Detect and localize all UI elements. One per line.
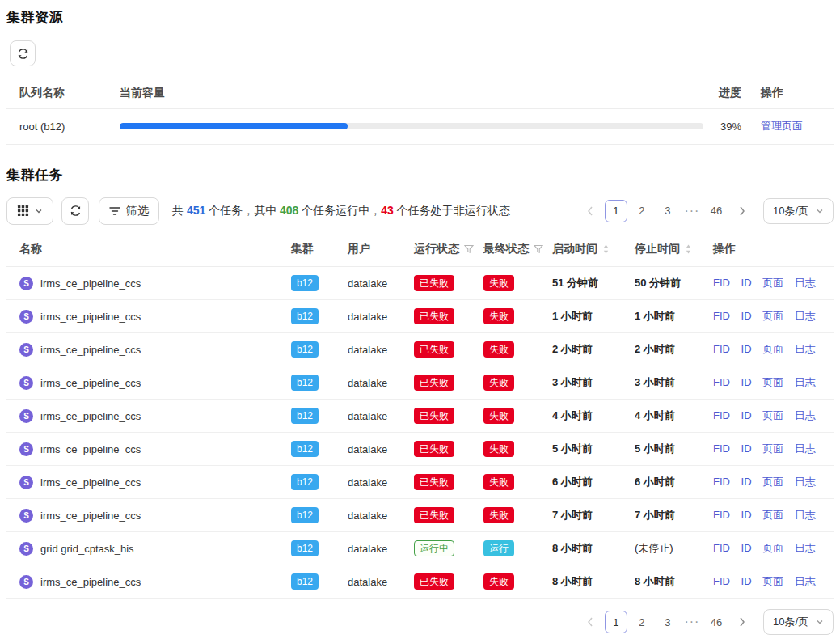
page-link[interactable]: 页面: [762, 277, 783, 289]
tasks-table: 名称 集群 用户 运行状态 最终状态 启动时间 停止时间 操作: [6, 233, 834, 599]
task-name: grid grid_cptask_his: [40, 543, 134, 555]
page-button[interactable]: 3: [656, 611, 679, 633]
fid-link[interactable]: FID: [713, 476, 730, 488]
id-link[interactable]: ID: [741, 310, 752, 322]
filter-button-label: 筛选: [126, 204, 149, 218]
task-name: irms_ce_pipeline_ccs: [40, 510, 141, 522]
log-link[interactable]: 日志: [795, 376, 816, 388]
page-link[interactable]: 页面: [762, 509, 783, 521]
task-stop-time: 5 小时前: [635, 442, 675, 455]
id-link[interactable]: ID: [741, 277, 752, 289]
sort-icon[interactable]: [685, 243, 692, 255]
task-user: datalake: [348, 277, 387, 290]
filter-funnel-icon[interactable]: [464, 244, 474, 254]
id-link[interactable]: ID: [741, 575, 752, 587]
task-name: irms_ce_pipeline_ccs: [40, 311, 141, 323]
fid-link[interactable]: FID: [713, 442, 730, 455]
log-link[interactable]: 日志: [795, 277, 816, 289]
page-button[interactable]: 46: [705, 200, 728, 222]
pagination-ellipsis[interactable]: ···: [682, 615, 702, 629]
page-size-select[interactable]: 10条/页: [763, 198, 834, 224]
col-stop-time[interactable]: 停止时间: [635, 233, 713, 267]
pagination-ellipsis[interactable]: ···: [682, 204, 702, 218]
run-status-badge: 已失败: [414, 308, 454, 324]
task-user: datalake: [348, 543, 387, 555]
fid-link[interactable]: FID: [713, 343, 730, 355]
run-status-badge: 已失败: [414, 573, 454, 590]
final-status-badge: 运行: [483, 540, 514, 556]
task-user: datalake: [348, 510, 387, 522]
chevron-left-icon: [587, 617, 593, 627]
page-button[interactable]: 46: [705, 611, 728, 633]
page-button[interactable]: 2: [631, 200, 653, 222]
page-link[interactable]: 页面: [762, 476, 783, 488]
page-link[interactable]: 页面: [762, 542, 783, 554]
next-page-button[interactable]: [731, 611, 753, 633]
manage-page-link[interactable]: 管理页面: [761, 120, 803, 132]
fid-link[interactable]: FID: [713, 376, 730, 388]
progress-percent: 39%: [703, 108, 761, 144]
fid-link[interactable]: FID: [713, 509, 730, 521]
filter-button[interactable]: 筛选: [99, 197, 159, 225]
avatar: S: [19, 442, 33, 456]
avatar: S: [19, 409, 33, 423]
fid-link[interactable]: FID: [713, 542, 730, 554]
cluster-badge: b12: [291, 540, 319, 556]
page-link[interactable]: 页面: [762, 575, 783, 587]
task-name: irms_ce_pipeline_ccs: [40, 576, 141, 588]
page-button[interactable]: 1: [605, 611, 627, 633]
fid-link[interactable]: FID: [713, 277, 730, 289]
task-stop-time: 7 小时前: [635, 509, 675, 521]
page-link[interactable]: 页面: [762, 409, 783, 421]
resources-refresh-button[interactable]: [10, 40, 36, 66]
log-link[interactable]: 日志: [795, 442, 816, 455]
page-link[interactable]: 页面: [762, 310, 783, 322]
next-page-button[interactable]: [731, 200, 753, 222]
col-start-time[interactable]: 启动时间: [552, 233, 635, 267]
log-link[interactable]: 日志: [795, 343, 816, 355]
cluster-dashboard-page: 集群资源 队列名称 当前容量 进度 操作 root (b12): [0, 0, 840, 639]
log-link[interactable]: 日志: [795, 409, 816, 421]
col-queue-name: 队列名称: [6, 78, 120, 108]
column-settings-button[interactable]: [6, 197, 53, 225]
filter-funnel-icon[interactable]: [534, 244, 543, 254]
page-link[interactable]: 页面: [762, 442, 783, 455]
table-row: S irms_ce_pipeline_ccs b12 datalake 已失败 …: [6, 333, 834, 366]
page-size-select[interactable]: 10条/页: [763, 609, 834, 635]
log-link[interactable]: 日志: [795, 542, 816, 554]
tasks-refresh-button[interactable]: [61, 197, 89, 225]
id-link[interactable]: ID: [741, 376, 752, 388]
log-link[interactable]: 日志: [795, 575, 816, 587]
id-link[interactable]: ID: [741, 476, 752, 488]
prev-page-button[interactable]: [579, 200, 602, 222]
page-link[interactable]: 页面: [762, 343, 783, 355]
fid-link[interactable]: FID: [713, 575, 730, 587]
id-link[interactable]: ID: [741, 343, 752, 355]
page-button[interactable]: 2: [631, 611, 653, 633]
id-link[interactable]: ID: [741, 542, 752, 554]
col-user: 用户: [348, 233, 414, 267]
page-button[interactable]: 3: [656, 200, 679, 222]
task-stop-time: 8 小时前: [635, 575, 675, 587]
cluster-badge: b12: [291, 474, 319, 490]
run-status-badge: 已失败: [414, 441, 454, 457]
cluster-badge: b12: [291, 408, 319, 424]
chevron-right-icon: [739, 206, 745, 216]
sort-icon[interactable]: [602, 243, 610, 255]
prev-page-button[interactable]: [579, 611, 602, 633]
page-button[interactable]: 1: [605, 200, 627, 222]
id-link[interactable]: ID: [741, 409, 752, 421]
id-link[interactable]: ID: [741, 442, 752, 455]
log-link[interactable]: 日志: [795, 509, 816, 521]
log-link[interactable]: 日志: [795, 310, 816, 322]
col-run-status: 运行状态: [414, 233, 483, 267]
capacity-progress-fill: [120, 123, 348, 129]
task-start-time: 5 小时前: [552, 442, 593, 455]
log-link[interactable]: 日志: [795, 476, 816, 488]
fid-link[interactable]: FID: [713, 409, 730, 421]
task-name: irms_ce_pipeline_ccs: [40, 443, 141, 455]
id-link[interactable]: ID: [741, 509, 752, 521]
page-link[interactable]: 页面: [762, 376, 783, 388]
fid-link[interactable]: FID: [713, 310, 730, 322]
grid-icon: [17, 205, 29, 217]
